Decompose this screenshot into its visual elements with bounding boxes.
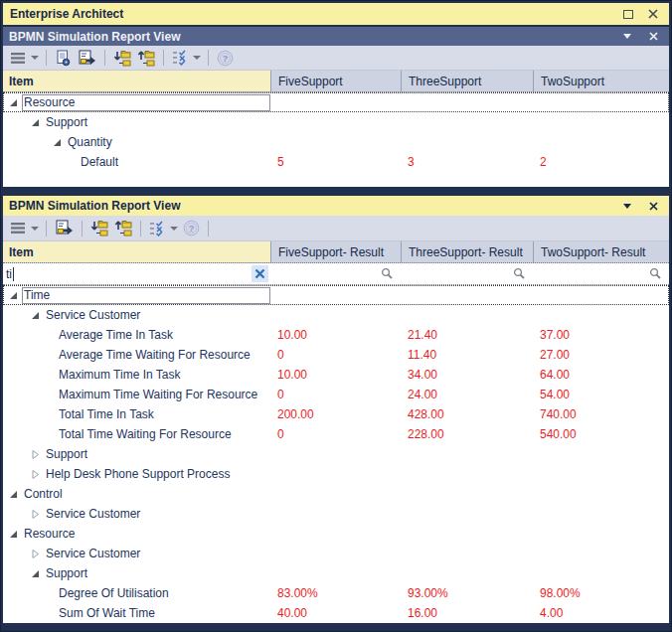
collapse-node-icon[interactable] [31, 569, 44, 578]
tree-row-sum-of-wait-time[interactable]: Sum Of Wait Time40.0016.004.00 [3, 603, 669, 623]
maximize-button[interactable] [619, 6, 637, 22]
collapse-node-icon[interactable] [31, 311, 44, 320]
panel-toolbar: ? [3, 216, 669, 241]
expand-node-icon[interactable] [31, 509, 44, 520]
tree-row-control[interactable]: Control [3, 484, 669, 504]
expand-all-button[interactable] [88, 219, 110, 238]
filter-checklist-icon [149, 221, 165, 237]
tree-row-average-time-waiting-for-resource[interactable]: Average Time Waiting For Resource011.402… [3, 345, 669, 365]
column-header-item[interactable]: Item [3, 71, 270, 91]
window-menu-caret-icon[interactable] [623, 34, 631, 39]
column-header-threesupport[interactable]: ThreeSupport [401, 71, 533, 91]
search-icon [513, 267, 526, 280]
tree-item-label: Service Customer [44, 307, 270, 324]
tree-row-service-customer[interactable]: Service Customer [3, 544, 669, 563]
collapse-node-icon[interactable] [9, 291, 22, 300]
close-button[interactable] [644, 6, 662, 22]
expanded-triangle-icon [31, 569, 40, 578]
expanded-triangle-icon [9, 490, 18, 499]
tree-row-quantity[interactable]: Quantity [3, 132, 669, 152]
expanded-triangle-icon [31, 311, 40, 320]
tree-row-support[interactable]: Support [3, 444, 669, 464]
menu-dropdown-caret-icon[interactable] [31, 227, 39, 231]
window-menu-caret-icon[interactable] [623, 204, 631, 209]
item-cell: Quantity [3, 132, 270, 152]
value-cell: 5 [270, 155, 401, 169]
tree-row-maximum-time-waiting-for-resource[interactable]: Maximum Time Waiting For Resource024.005… [3, 385, 669, 404]
help-button[interactable]: ? [181, 219, 202, 238]
tree-row-time[interactable]: Time [3, 285, 669, 305]
tree-row-average-time-in-task[interactable]: Average Time In Task10.0021.4037.00 [3, 325, 669, 345]
expand-node-icon[interactable] [31, 469, 44, 480]
tree-row-resource[interactable]: Resource [3, 92, 669, 112]
collapse-node-icon[interactable] [53, 138, 66, 147]
panel-titlebar: BPMN Simulation Report View [3, 196, 669, 216]
filter-checklist-icon [172, 50, 188, 66]
value-cell: 83.00% [270, 586, 401, 600]
export-results-button[interactable] [76, 48, 98, 68]
generate-report-button[interactable] [53, 48, 74, 68]
collapse-all-button[interactable] [135, 48, 157, 68]
panel-close-button[interactable] [646, 199, 660, 213]
expand-node-icon[interactable] [31, 549, 44, 559]
value-cell: 228.00 [401, 427, 533, 441]
item-cell: Maximum Time Waiting For Resource [3, 385, 270, 404]
panel-close-button[interactable] [646, 30, 660, 44]
menu-button[interactable] [9, 219, 28, 238]
threesupport-filter-input[interactable] [401, 263, 533, 284]
export-results-icon [55, 220, 74, 237]
help-icon: ? [183, 220, 200, 237]
collapse-node-icon[interactable] [9, 490, 22, 499]
value-cell: 0 [270, 427, 401, 441]
collapse-node-icon[interactable] [31, 118, 44, 127]
toolbar-separator [208, 50, 209, 66]
tree-row-resource[interactable]: Resource [3, 524, 669, 544]
item-cell: Average Time In Task [3, 325, 270, 345]
column-header-twosupport[interactable]: TwoSupport [533, 71, 669, 91]
tree-row-maximum-time-in-task[interactable]: Maximum Time In Task10.0034.0064.00 [3, 365, 669, 385]
tree-grid: ResourceSupportQuantityDefault532 [3, 92, 669, 187]
tree-row-help-desk-phone-support-process[interactable]: Help Desk Phone Support Process [3, 464, 669, 484]
value-cell: 428.00 [401, 407, 533, 421]
svg-text:?: ? [223, 54, 229, 64]
expanded-triangle-icon [31, 118, 40, 127]
toolbar-separator [208, 221, 209, 237]
tree-row-total-time-in-task[interactable]: Total Time In Task200.00428.00740.00 [3, 404, 669, 424]
help-icon: ? [217, 50, 234, 67]
toggle-filter-button[interactable] [170, 48, 190, 68]
tree-item-label: Support [44, 565, 270, 582]
value-cell: 98.00% [533, 586, 669, 600]
search-icon [381, 267, 394, 280]
expanded-triangle-icon [9, 291, 18, 300]
clear-filter-button[interactable] [252, 265, 268, 282]
expand-node-icon[interactable] [31, 449, 44, 460]
collapse-all-button[interactable] [112, 219, 134, 238]
tree-row-support[interactable]: Support [3, 112, 669, 132]
menu-dropdown-caret-icon[interactable] [31, 56, 39, 60]
column-header-fivesupport[interactable]: FiveSupport [270, 71, 401, 91]
export-results-button[interactable] [53, 219, 76, 238]
twosupport-filter-input[interactable] [533, 263, 669, 284]
item-filter-input[interactable]: ti [3, 263, 270, 284]
column-header-threesupport-result[interactable]: ThreeSupport- Result [401, 241, 533, 262]
expand-all-button[interactable] [111, 48, 133, 68]
column-header-twosupport-result[interactable]: TwoSupport- Result [533, 241, 669, 262]
column-header-item[interactable]: Item [3, 241, 270, 262]
collapse-node-icon[interactable] [9, 98, 22, 107]
value-cell: 40.00 [270, 606, 401, 620]
tree-row-degree-of-utilisation[interactable]: Degree Of Utilisation83.00%93.00%98.00% [3, 583, 669, 603]
collapse-node-icon[interactable] [9, 530, 22, 539]
menu-button[interactable] [9, 48, 28, 68]
tree-row-service-customer[interactable]: Service Customer [3, 504, 669, 524]
tree-row-total-time-waiting-for-resource[interactable]: Total Time Waiting For Resource0228.0054… [3, 424, 669, 444]
help-button[interactable]: ? [215, 48, 236, 68]
tree-row-service-customer[interactable]: Service Customer [3, 305, 669, 325]
column-header-fivesupport-result[interactable]: FiveSupport- Result [270, 241, 401, 262]
filter-dropdown-caret-icon[interactable] [170, 227, 178, 231]
filter-dropdown-caret-icon[interactable] [193, 56, 201, 60]
toggle-filter-button[interactable] [147, 219, 167, 238]
fivesupport-filter-input[interactable] [270, 263, 401, 284]
tree-row-default[interactable]: Default532 [3, 152, 669, 172]
svg-text:?: ? [189, 224, 195, 234]
tree-row-support[interactable]: Support [3, 563, 669, 583]
